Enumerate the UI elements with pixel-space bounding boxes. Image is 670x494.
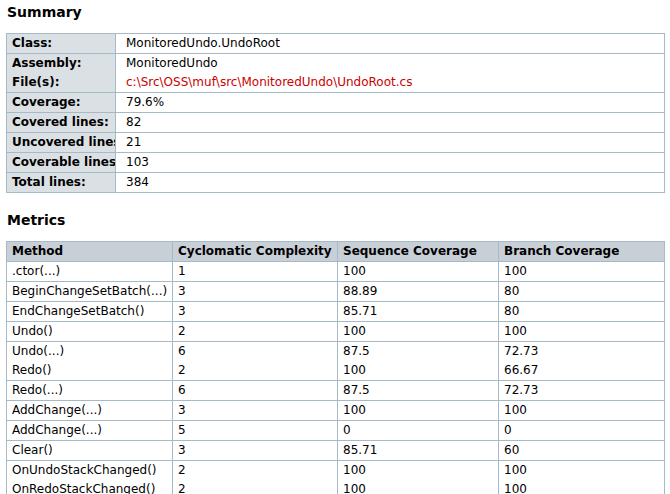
table-row: Undo(...)687.572.73 — [7, 341, 664, 361]
branch-coverage-cell: 100 — [498, 400, 664, 420]
method-cell: AddChange(...) — [7, 400, 172, 420]
summary-row: Total lines:384 — [7, 172, 664, 192]
branch-coverage-cell: 100 — [498, 480, 664, 494]
sequence-coverage-cell: 85.71 — [337, 301, 498, 321]
metrics-header-row: Method Cyclomatic Complexity Sequence Co… — [7, 242, 664, 261]
cyclomatic-complexity-cell: 3 — [172, 281, 337, 301]
sequence-coverage-cell: 85.71 — [337, 440, 498, 460]
cyclomatic-complexity-cell: 1 — [172, 261, 337, 281]
method-cell: .ctor(...) — [7, 261, 172, 281]
col-header-sequence-coverage: Sequence Coverage — [337, 242, 498, 261]
cyclomatic-complexity-cell: 2 — [172, 361, 337, 380]
method-cell: BeginChangeSetBatch(...) — [7, 281, 172, 301]
method-cell: Redo(...) — [7, 380, 172, 400]
table-row: EndChangeSetBatch()385.7180 — [7, 301, 664, 321]
branch-coverage-cell: 80 — [498, 301, 664, 321]
branch-coverage-cell: 72.73 — [498, 341, 664, 361]
table-row: OnUndoStackChanged()2100100 — [7, 460, 664, 480]
method-cell: OnRedoStackChanged() — [7, 480, 172, 494]
cyclomatic-complexity-cell: 6 — [172, 380, 337, 400]
table-row: OnRedoStackChanged()2100100 — [7, 480, 664, 494]
summary-row-label: Class: — [7, 34, 115, 53]
method-cell: Undo() — [7, 321, 172, 341]
col-header-method: Method — [7, 242, 172, 261]
branch-coverage-cell: 60 — [498, 440, 664, 460]
summary-row-label: Uncovered lines: — [7, 132, 115, 152]
summary-row-value: 103 — [115, 152, 664, 172]
table-row: Redo(...)687.572.73 — [7, 380, 664, 400]
summary-row-value: 384 — [115, 172, 664, 192]
summary-row-label: Assembly: — [7, 53, 115, 73]
method-cell: AddChange(...) — [7, 420, 172, 440]
summary-row-label: Coverage: — [7, 92, 115, 112]
sequence-coverage-cell: 87.5 — [337, 380, 498, 400]
sequence-coverage-cell: 100 — [337, 321, 498, 341]
sequence-coverage-cell: 0 — [337, 420, 498, 440]
branch-coverage-cell: 100 — [498, 460, 664, 480]
metrics-heading: Metrics — [7, 212, 664, 228]
sequence-coverage-cell: 100 — [337, 261, 498, 281]
cyclomatic-complexity-cell: 2 — [172, 460, 337, 480]
summary-row: Class:MonitoredUndo.UndoRoot — [7, 34, 664, 53]
summary-row: File(s):c:\Src\OSS\muf\src\MonitoredUndo… — [7, 73, 664, 92]
file-path-link[interactable]: c:\Src\OSS\muf\src\MonitoredUndo\UndoRoo… — [126, 75, 412, 89]
summary-table: Class:MonitoredUndo.UndoRootAssembly:Mon… — [6, 33, 665, 193]
cyclomatic-complexity-cell: 2 — [172, 321, 337, 341]
sequence-coverage-cell: 100 — [337, 361, 498, 380]
table-row: Undo()2100100 — [7, 321, 664, 341]
branch-coverage-cell: 66.67 — [498, 361, 664, 380]
branch-coverage-cell: 100 — [498, 261, 664, 281]
cyclomatic-complexity-cell: 3 — [172, 440, 337, 460]
branch-coverage-cell: 80 — [498, 281, 664, 301]
summary-row-value: 79.6% — [115, 92, 664, 112]
table-row: .ctor(...)1100100 — [7, 261, 664, 281]
table-row: Redo()210066.67 — [7, 361, 664, 380]
cyclomatic-complexity-cell: 3 — [172, 301, 337, 321]
branch-coverage-cell: 100 — [498, 321, 664, 341]
cyclomatic-complexity-cell: 2 — [172, 480, 337, 494]
table-row: Clear()385.7160 — [7, 440, 664, 460]
table-row: AddChange(...)500 — [7, 420, 664, 440]
summary-row-label: Total lines: — [7, 172, 115, 192]
method-cell: Undo(...) — [7, 341, 172, 361]
coverage-report-page: Summary Class:MonitoredUndo.UndoRootAsse… — [6, 4, 664, 494]
sequence-coverage-cell: 100 — [337, 480, 498, 494]
branch-coverage-cell: 0 — [498, 420, 664, 440]
sequence-coverage-cell: 88.89 — [337, 281, 498, 301]
summary-row-value: MonitoredUndo — [115, 53, 664, 73]
col-header-branch-coverage: Branch Coverage — [498, 242, 664, 261]
summary-row-value: c:\Src\OSS\muf\src\MonitoredUndo\UndoRoo… — [115, 73, 664, 92]
sequence-coverage-cell: 100 — [337, 460, 498, 480]
method-cell: Clear() — [7, 440, 172, 460]
summary-row-value: 21 — [115, 132, 664, 152]
summary-row: Covered lines:82 — [7, 112, 664, 132]
summary-heading: Summary — [7, 4, 664, 20]
summary-row-label: File(s): — [7, 73, 115, 92]
summary-table-body: Class:MonitoredUndo.UndoRootAssembly:Mon… — [7, 34, 664, 192]
summary-row: Coverage:79.6% — [7, 92, 664, 112]
summary-row-label: Coverable lines: — [7, 152, 115, 172]
branch-coverage-cell: 72.73 — [498, 380, 664, 400]
summary-row: Assembly:MonitoredUndo — [7, 53, 664, 73]
cyclomatic-complexity-cell: 6 — [172, 341, 337, 361]
table-row: AddChange(...)3100100 — [7, 400, 664, 420]
cyclomatic-complexity-cell: 5 — [172, 420, 337, 440]
metrics-table-body: .ctor(...)1100100BeginChangeSetBatch(...… — [7, 261, 664, 494]
summary-row-value: 82 — [115, 112, 664, 132]
sequence-coverage-cell: 100 — [337, 400, 498, 420]
sequence-coverage-cell: 87.5 — [337, 341, 498, 361]
table-row: BeginChangeSetBatch(...)388.8980 — [7, 281, 664, 301]
cyclomatic-complexity-cell: 3 — [172, 400, 337, 420]
summary-row-value: MonitoredUndo.UndoRoot — [115, 34, 664, 53]
method-cell: OnUndoStackChanged() — [7, 460, 172, 480]
method-cell: Redo() — [7, 361, 172, 380]
metrics-table: Method Cyclomatic Complexity Sequence Co… — [6, 241, 665, 494]
col-header-cyclomatic-complexity: Cyclomatic Complexity — [172, 242, 337, 261]
summary-row: Uncovered lines:21 — [7, 132, 664, 152]
method-cell: EndChangeSetBatch() — [7, 301, 172, 321]
summary-row-label: Covered lines: — [7, 112, 115, 132]
summary-row: Coverable lines:103 — [7, 152, 664, 172]
